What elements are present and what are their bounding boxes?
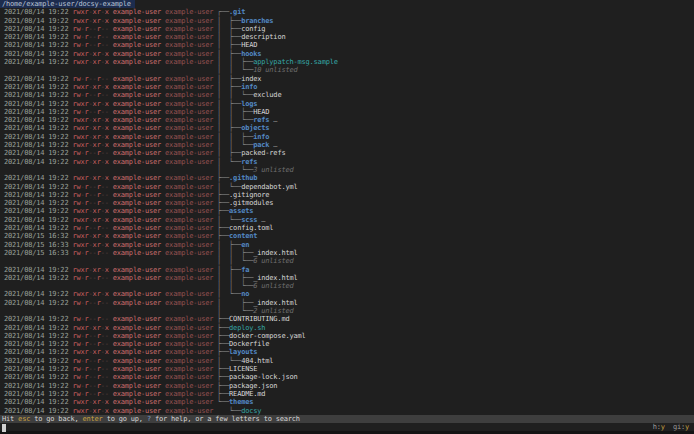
tree-row[interactable]: 2021/08/14 19:22 rwxr-xr-x example-user … (0, 348, 694, 356)
search-input-line[interactable]: h:y gi:y (0, 423, 694, 433)
tree-row[interactable]: 2021/08/14 19:22 rw-r--r-- example-user … (0, 224, 694, 232)
owner-user: example-user (109, 357, 161, 365)
owner-group: example-user (161, 191, 213, 199)
truncation-ellipsis: … (269, 116, 277, 124)
modified-date: 2021/08/15 16:33 (0, 249, 72, 257)
tree-row[interactable]: 2021/08/15 16:33 rwxr-xr-x example-user … (0, 241, 694, 249)
tree-row[interactable]: 2021/08/14 19:22 rwxr-xr-x example-user … (0, 216, 694, 224)
tree-row[interactable]: 2021/08/14 19:22 rw-r--r-- example-user … (0, 41, 694, 49)
tree-branch-lines: │ └── (217, 357, 241, 365)
owner-group: example-user (161, 41, 213, 49)
tree-row[interactable]: 2021/08/14 19:22 rw-r--r-- example-user … (0, 382, 694, 390)
flag-label: gi: (673, 423, 685, 431)
owner-user: example-user (109, 141, 161, 149)
file-name: objects (241, 124, 269, 132)
file-name: scss (241, 216, 257, 224)
tree-row[interactable]: 2021/08/14 19:22 rw-r--r-- example-user … (0, 25, 694, 33)
tree-row[interactable]: 2021/08/14 19:22 rwxr-xr-x example-user … (0, 158, 694, 166)
tree-row[interactable]: 2021/08/14 19:22 rw-r--r-- example-user … (0, 183, 694, 191)
file-metadata: 2021/08/14 19:22 rw-r--r-- example-user … (0, 332, 217, 340)
tree-row[interactable]: 2021/08/14 19:22 rwxr-xr-x example-user … (0, 83, 694, 91)
file-metadata: 2021/08/15 16:33 rwxr-xr-x example-user … (0, 241, 217, 249)
file-name: 3 unlisted (253, 166, 293, 174)
tree-row[interactable]: │ └──2 unlisted (0, 307, 694, 315)
modified-date: 2021/08/14 19:22 (0, 124, 72, 132)
tree-branch-lines: ├── (217, 232, 229, 240)
tree-row[interactable]: 2021/08/14 19:22 rwxr-xr-x example-user … (0, 207, 694, 215)
tree-row[interactable]: 2021/08/14 19:22 rwxr-xr-x example-user … (0, 266, 694, 274)
owner-group: example-user (161, 299, 213, 307)
modified-date: 2021/08/14 19:22 (0, 183, 72, 191)
tree-branch-lines: ├── (217, 373, 229, 381)
tree-row[interactable]: 2021/08/14 19:22 rw-r--r-- example-user … (0, 357, 694, 365)
owner-user: example-user (109, 365, 161, 373)
file-name: HEAD (253, 108, 269, 116)
owner-user: example-user (109, 407, 161, 415)
tree-branch-lines: ├── (217, 332, 229, 340)
file-name: index (241, 75, 261, 83)
modified-date: 2021/08/14 19:22 (0, 133, 72, 141)
file-metadata: 2021/08/14 19:22 rw-r--r-- example-user … (0, 299, 217, 307)
tree-row[interactable]: 2021/08/14 19:22 rw-r--r-- example-user … (0, 390, 694, 398)
tree-row[interactable]: 2021/08/14 19:22 rwxr-xr-x example-user … (0, 116, 694, 124)
tree-row[interactable]: 2021/08/14 19:22 rwxr-xr-x example-user … (0, 324, 694, 332)
tree-row[interactable]: 2021/08/14 19:22 rwxr-xr-x example-user … (0, 100, 694, 108)
file-metadata: 2021/08/14 19:22 rwxr-xr-x example-user … (0, 348, 217, 356)
tree-row[interactable]: 2021/08/14 19:22 rw-r--r-- example-user … (0, 373, 694, 381)
tree-row[interactable]: 2021/08/14 19:22 rwxr-xr-x example-user … (0, 50, 694, 58)
tree-branch-lines: │ └── (217, 290, 241, 298)
tree-row[interactable]: 2021/08/14 19:22 rw-r--r-- example-user … (0, 299, 694, 307)
tree-row[interactable]: 2021/08/14 19:22 rw-r--r-- example-user … (0, 91, 694, 99)
tree-row[interactable]: 2021/08/14 19:22 rw-r--r-- example-user … (0, 33, 694, 41)
tree-branch-lines: │ └── (217, 183, 241, 191)
modified-date: 2021/08/14 19:22 (0, 58, 72, 66)
permissions: rw-r--r-- (72, 332, 108, 340)
modified-date: 2021/08/14 19:22 (0, 199, 72, 207)
tree-row[interactable]: 2021/08/14 19:22 rw-r--r-- example-user … (0, 315, 694, 323)
file-name: description (241, 33, 285, 41)
tree-row[interactable]: 2021/08/14 19:22 rwxr-xr-x example-user … (0, 290, 694, 298)
tree-branch-lines: ├── (217, 390, 229, 398)
tree-row[interactable]: 2021/08/14 19:22 rwxr-xr-x example-user … (0, 174, 694, 182)
tree-row[interactable]: 2021/08/14 19:22 rw-r--r-- example-user … (0, 365, 694, 373)
owner-user: example-user (109, 108, 161, 116)
tree-row[interactable]: │ └──3 unlisted (0, 166, 694, 174)
tree-branch-lines: │ └── (217, 158, 241, 166)
tree-row[interactable]: 2021/08/14 19:22 rw-r--r-- example-user … (0, 199, 694, 207)
tree-row[interactable]: │ │ └──10 unlisted (0, 66, 694, 74)
modified-date: 2021/08/15 16:32 (0, 232, 72, 240)
tree-row[interactable]: 2021/08/14 19:22 rwxr-xr-x example-user … (0, 133, 694, 141)
modified-date: 2021/08/14 19:22 (0, 149, 72, 157)
file-metadata: 2021/08/14 19:22 rwxr-xr-x example-user … (0, 398, 217, 406)
owner-group: example-user (161, 324, 213, 332)
tree-row[interactable]: 2021/08/14 19:22 rwxr-xr-x example-user … (0, 398, 694, 406)
modified-date: 2021/08/14 19:22 (0, 290, 72, 298)
tree-row[interactable]: │ │ └──6 unlisted (0, 257, 694, 265)
tree-branch-lines: │ └── (217, 216, 241, 224)
permissions: rw-r--r-- (72, 91, 108, 99)
tree-row[interactable]: │ │ └──6 unlisted (0, 282, 694, 290)
tree-row[interactable]: 2021/08/14 19:22 rw-r--r-- example-user … (0, 75, 694, 83)
tree-row[interactable]: 2021/08/14 19:22 rwxr-xr-x example-user … (0, 124, 694, 132)
tree-row[interactable]: 2021/08/14 19:22 rw-r--r-- example-user … (0, 332, 694, 340)
tree-row[interactable]: 2021/08/14 19:22 rwxr-xr-x example-user … (0, 17, 694, 25)
tree-row[interactable]: 2021/08/15 16:32 rwxr-xr-x example-user … (0, 232, 694, 240)
owner-group: example-user (161, 50, 213, 58)
tree-row[interactable]: 2021/08/14 19:22 rwxr-xr-x example-user … (0, 8, 694, 16)
tree-row[interactable]: 2021/08/14 19:22 rw-r--r-- example-user … (0, 191, 694, 199)
permissions: rw-r--r-- (72, 149, 108, 157)
status-text: for help, or a few letters to search (151, 415, 300, 423)
tree-row[interactable]: 2021/08/14 19:22 rwxr-xr-x example-user … (0, 407, 694, 415)
tree-row[interactable]: 2021/08/14 19:22 rw-r--r-- example-user … (0, 149, 694, 157)
tree-row[interactable]: 2021/08/14 19:22 rw-r--r-- example-user … (0, 340, 694, 348)
modified-date: 2021/08/14 19:22 (0, 382, 72, 390)
tree-row[interactable]: 2021/08/14 19:22 rw-r--r-- example-user … (0, 108, 694, 116)
truncation-ellipsis: … (269, 141, 277, 149)
tree-row[interactable]: 2021/08/14 19:22 rw-r--r-- example-user … (0, 274, 694, 282)
tree-row[interactable]: 2021/08/15 16:33 rw-r--r-- example-user … (0, 249, 694, 257)
current-path: /home/example-user/docsy-example (0, 0, 135, 8)
modified-date: 2021/08/14 19:22 (0, 365, 72, 373)
permissions: rw-r--r-- (72, 390, 108, 398)
tree-row[interactable]: 2021/08/14 19:22 rwxr-xr-x example-user … (0, 58, 694, 66)
tree-row[interactable]: 2021/08/14 19:22 rwxr-xr-x example-user … (0, 141, 694, 149)
